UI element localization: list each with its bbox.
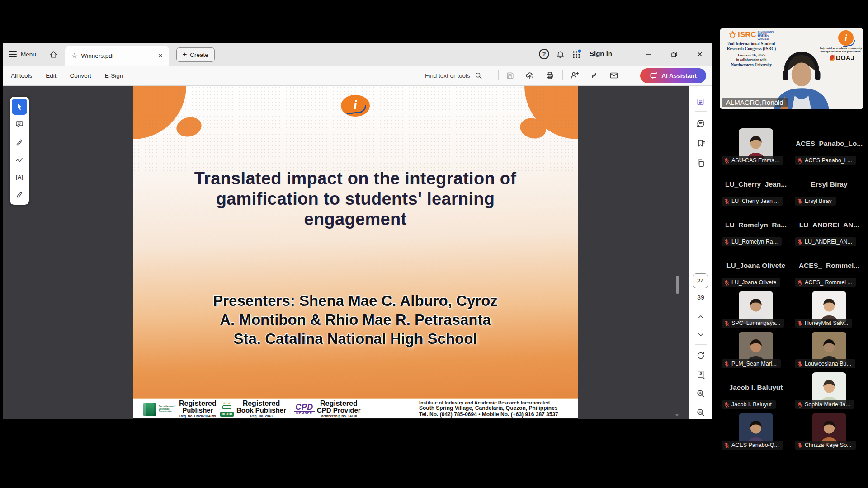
participant-tile[interactable]: PLM_Sean Mari... xyxy=(721,331,791,369)
close-icon xyxy=(696,51,703,58)
divider xyxy=(498,70,499,80)
tab-close-icon[interactable]: × xyxy=(156,52,165,60)
muted-mic-icon xyxy=(724,442,730,448)
institute-block: Institute of Industry and Academic Resea… xyxy=(419,400,568,418)
comments-panel-button[interactable] xyxy=(695,117,707,129)
share-link-button[interactable] xyxy=(589,70,599,81)
fit-page-icon xyxy=(696,370,706,380)
participant-tile[interactable]: LU_Joana Olivete LU_Joana Olivete xyxy=(721,250,791,288)
cpd-logo: CPD MEMBER xyxy=(294,404,315,415)
muted-mic-icon xyxy=(797,239,803,245)
participant-label: HoneyMist Salv... xyxy=(795,319,852,328)
participant-label: PLM_Sean Mari... xyxy=(722,359,781,368)
scrollbar-thumb[interactable] xyxy=(676,276,679,294)
sign-in-button[interactable]: Sign in xyxy=(590,50,612,57)
sec-badge: Securities and Exchange Commission Regis… xyxy=(143,400,217,418)
minimize-button[interactable] xyxy=(641,47,656,61)
bell-icon xyxy=(556,50,565,60)
page-view-button[interactable] xyxy=(695,369,707,380)
find-box[interactable]: Find text or tools xyxy=(425,66,483,85)
select-tool[interactable] xyxy=(12,99,27,115)
iiari-swoosh xyxy=(345,105,367,115)
zoom-in-button[interactable] xyxy=(695,388,707,399)
pdf-page[interactable]: i Translated impact on the integration o… xyxy=(133,86,578,419)
participant-tile[interactable]: Jacob I. Baluyut Jacob I. Baluyut xyxy=(721,372,791,410)
tab-esign[interactable]: E-Sign xyxy=(105,72,123,79)
tab-edit[interactable]: Edit xyxy=(46,72,56,79)
participant-tile[interactable]: ACES Panabo_Lo... ACES Panabo_L... xyxy=(794,128,864,166)
isrc-logo-text: ISRC xyxy=(738,31,756,38)
star-icon[interactable]: ☆ xyxy=(71,52,77,60)
participant-name: LU_Romelyn Ra... xyxy=(721,221,791,229)
menu-label: Menu xyxy=(21,51,36,58)
draw-tool[interactable] xyxy=(12,151,27,168)
participant-tile[interactable]: SPC_Lumangaya... xyxy=(721,291,791,328)
request-signatures-button[interactable] xyxy=(569,70,580,81)
tab-all-tools[interactable]: All tools xyxy=(11,72,32,79)
next-page-button[interactable] xyxy=(695,329,707,341)
email-button[interactable] xyxy=(609,70,619,81)
participant-label: ASU-CAS Emma... xyxy=(722,156,783,165)
scroll-down-icon[interactable]: ⌄ xyxy=(675,410,679,417)
participant-tile[interactable]: LU_Cherry Jean... LU_Cherry Jean ... xyxy=(721,169,791,206)
toolbar-tabs: All tools Edit Convert E-Sign xyxy=(11,66,123,85)
participant-label: SPC_Lumangaya... xyxy=(722,319,784,328)
cloud-upload-button[interactable] xyxy=(524,70,535,81)
ai-assistant-panel-button[interactable] xyxy=(695,96,707,108)
speaker-name-label: ALMAGRO,Ronald xyxy=(722,98,788,107)
participant-tile[interactable]: HoneyMist Salv... xyxy=(794,291,864,328)
current-page-input[interactable]: 24 xyxy=(693,273,708,288)
participant-tile[interactable]: Chrizza Kaye So... xyxy=(794,413,864,450)
apps-button[interactable] xyxy=(571,49,581,59)
participant-label: Chrizza Kaye So... xyxy=(795,441,856,450)
home-button[interactable] xyxy=(47,48,60,61)
bookmarks-panel-button[interactable] xyxy=(695,137,707,149)
participant-tile[interactable]: ACES Panabo-Q... xyxy=(721,413,791,450)
ai-assistant-button[interactable]: AI Assistant xyxy=(640,68,706,83)
muted-mic-icon xyxy=(724,361,730,367)
rotate-button[interactable] xyxy=(695,350,707,361)
quick-tools-panel: [A] xyxy=(10,97,29,205)
titlebar: Menu ☆ Winners.pdf × + Create ? xyxy=(3,43,712,66)
pages-panel-button[interactable] xyxy=(695,157,707,169)
create-button[interactable]: + Create xyxy=(176,47,215,62)
plus-icon: + xyxy=(183,51,187,59)
participant-name: LU_Joana Olivete xyxy=(721,262,791,270)
add-text-tool[interactable]: [A] xyxy=(12,169,27,185)
participant-tile[interactable]: Sophia Marie Ja... xyxy=(794,372,864,410)
tab-title: Winners.pdf xyxy=(81,52,156,59)
participant-tile[interactable]: Ersyl Biray Ersyl Biray xyxy=(794,169,864,206)
restore-button[interactable] xyxy=(667,47,681,61)
muted-mic-icon xyxy=(797,280,803,286)
tab-convert[interactable]: Convert xyxy=(70,72,91,79)
squiggle-icon xyxy=(15,155,24,164)
previous-page-button[interactable] xyxy=(695,311,707,323)
bookmark-icon xyxy=(696,138,706,148)
toolbar: All tools Edit Convert E-Sign Find text … xyxy=(3,66,712,86)
fill-sign-tool[interactable] xyxy=(12,187,27,203)
participant-tile[interactable]: Louweesiana Bu... xyxy=(794,331,864,369)
book-decor xyxy=(222,405,231,409)
document-tab[interactable]: ☆ Winners.pdf × xyxy=(65,46,169,66)
menu-button[interactable]: Menu xyxy=(9,48,36,60)
screen: Menu ☆ Winners.pdf × + Create ? xyxy=(0,0,868,488)
highlight-tool[interactable] xyxy=(12,134,27,150)
participant-tile[interactable]: LU_Romelyn Ra... LU_Romelyn Ra... xyxy=(721,209,791,247)
save-button[interactable] xyxy=(505,70,515,81)
close-button[interactable] xyxy=(693,47,707,61)
print-button[interactable] xyxy=(544,70,555,81)
speaker-video-tile[interactable]: ISRC INTERNATIONAL STUDENT RESEARCH CONG… xyxy=(720,28,863,109)
comment-tool[interactable] xyxy=(12,116,27,132)
slide-presenters: Presenters: Shena Mae C. Alburo, Cyroz A… xyxy=(133,291,578,348)
participant-tile[interactable]: ASU-CAS Emma... xyxy=(721,128,791,166)
muted-mic-icon xyxy=(797,402,803,408)
notifications-button[interactable] xyxy=(555,49,566,60)
help-button[interactable]: ? xyxy=(539,49,549,59)
rotate-icon xyxy=(696,351,706,361)
participant-tile[interactable]: ACES_ Rommel... ACES_ Rommel ... xyxy=(794,250,864,288)
zoom-out-button[interactable] xyxy=(695,407,707,418)
comments-icon xyxy=(696,118,706,128)
participant-tile[interactable]: LU_ANDREI_AN... LU_ANDREI_AN... xyxy=(794,209,864,247)
iiari-logo: i xyxy=(341,95,370,117)
zoom-out-icon xyxy=(696,408,706,418)
